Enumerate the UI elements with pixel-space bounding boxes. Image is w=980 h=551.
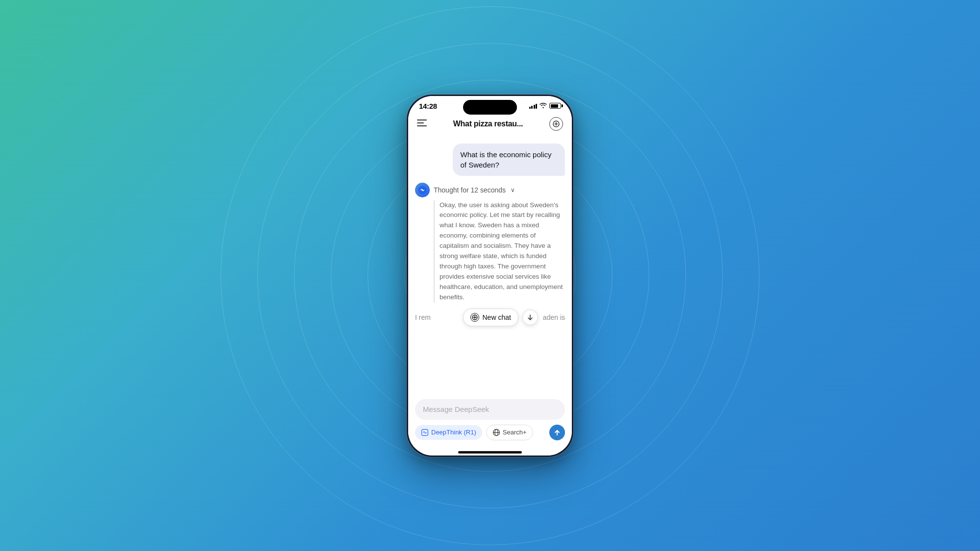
nav-bar: What pizza restau... <box>408 113 572 136</box>
search-globe-icon <box>492 429 500 436</box>
wifi-icon <box>539 102 547 109</box>
ai-thought-content: Okay, the user is asking about Sweden's … <box>434 200 565 303</box>
partial-text-row: I rem New chat <box>408 306 572 329</box>
user-message-text: What is the economic policy of Sweden? <box>461 150 552 169</box>
deepthink-icon <box>421 429 429 436</box>
search-button[interactable]: Search+ <box>486 425 533 440</box>
partial-text-end: aden is <box>543 313 565 321</box>
new-chat-nav-button[interactable] <box>549 117 563 131</box>
svg-rect-1 <box>417 122 424 123</box>
scroll-down-button[interactable] <box>522 310 538 325</box>
new-chat-button[interactable]: New chat <box>463 309 518 326</box>
message-placeholder: Message DeepSeek <box>423 405 489 413</box>
chat-content: What is the economic policy of Sweden? T… <box>408 136 572 394</box>
user-bubble: What is the economic policy of Sweden? <box>453 144 565 176</box>
signal-icon <box>529 103 538 109</box>
thought-label[interactable]: Thought for 12 seconds <box>434 186 506 194</box>
deepthink-label: DeepThink (R1) <box>431 429 476 436</box>
menu-icon[interactable] <box>417 119 427 129</box>
ai-avatar <box>415 183 430 197</box>
ai-header: Thought for 12 seconds ∨ <box>415 183 565 197</box>
send-icon <box>554 429 561 436</box>
floating-buttons: New chat <box>463 309 538 326</box>
phone-frame: 14:28 <box>407 95 573 457</box>
status-time: 14:28 <box>419 102 437 110</box>
home-bar <box>458 451 522 454</box>
user-message-wrapper: What is the economic policy of Sweden? <box>408 140 572 180</box>
message-input-box[interactable]: Message DeepSeek <box>415 399 565 420</box>
status-icons <box>529 102 562 109</box>
deepthink-button[interactable]: DeepThink (R1) <box>415 425 482 440</box>
svg-point-7 <box>421 189 423 191</box>
svg-rect-0 <box>417 120 427 120</box>
svg-rect-2 <box>417 125 427 126</box>
dynamic-island <box>463 100 517 115</box>
new-chat-plus-icon <box>470 313 479 322</box>
status-bar: 14:28 <box>408 96 572 113</box>
ai-message-wrapper: Thought for 12 seconds ∨ Okay, the user … <box>408 180 572 306</box>
new-chat-label: New chat <box>482 313 511 321</box>
battery-icon <box>549 103 561 109</box>
home-indicator <box>408 447 572 455</box>
toolbar-row: DeepThink (R1) Search+ <box>415 425 565 440</box>
input-area: Message DeepSeek DeepThink (R1) <box>408 394 572 447</box>
send-button[interactable] <box>549 425 565 440</box>
chat-title: What pizza restau... <box>453 120 523 128</box>
phone-screen: 14:28 <box>408 96 572 455</box>
thought-chevron-icon[interactable]: ∨ <box>511 187 515 193</box>
search-label: Search+ <box>503 429 527 436</box>
partial-text: I rem <box>415 313 458 321</box>
